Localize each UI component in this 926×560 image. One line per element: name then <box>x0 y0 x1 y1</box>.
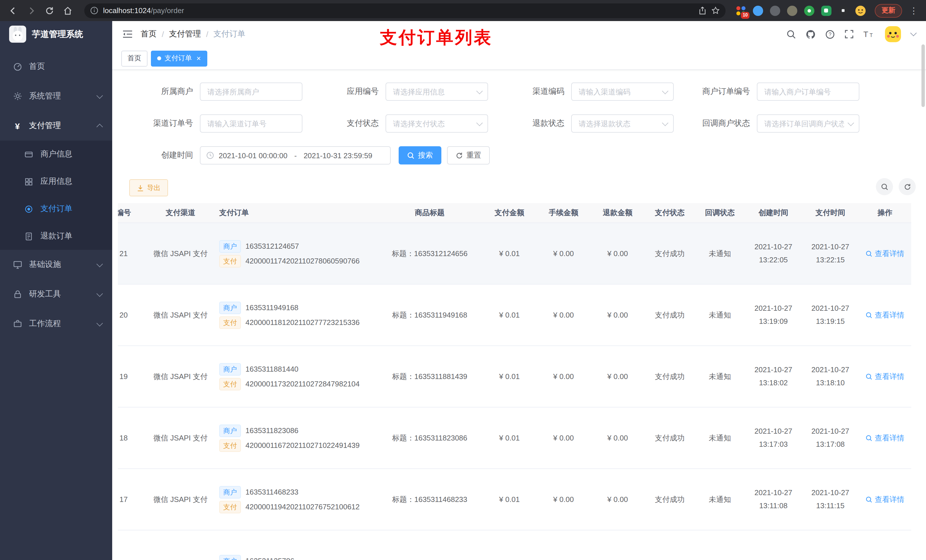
filter-refund-status: 退款状态 <box>501 115 674 133</box>
content-area: 首页 / 支付管理 / 支付订单 支付订单列表 ? <box>112 21 926 560</box>
extension-olive-circle-icon[interactable] <box>786 5 798 17</box>
tab-home[interactable]: 首页 <box>121 50 147 66</box>
date-range-picker[interactable]: 2021-10-01 00:00:00 - 2021-10-31 23:59:5… <box>200 146 391 165</box>
grid-icon <box>24 177 33 186</box>
table-row: 17微信 JSAPI 支付商户1635311468233支付4200001194… <box>118 469 911 530</box>
tab-close-icon[interactable]: × <box>197 54 201 62</box>
pay-order-table: 编号 支付渠道 支付订单 商品标题 支付金额 手续金额 退款金额 支付状态 回调… <box>118 203 911 560</box>
cell-fee: ¥ 0.00 <box>536 495 590 504</box>
user-avatar[interactable] <box>884 26 902 43</box>
channel-order-no-input[interactable] <box>200 115 303 133</box>
notify-status-select[interactable] <box>757 115 859 133</box>
cell-create-time: 2021-10-2713:18:02 <box>745 364 802 389</box>
app-select-input[interactable] <box>386 83 488 101</box>
view-detail-link[interactable]: 查看详情 <box>865 310 904 320</box>
cell-pay-order: 商户163531135786 <box>215 552 377 560</box>
browser-menu-icon[interactable]: ⋮ <box>907 5 920 16</box>
cell-channel: 微信 JSAPI 支付 <box>146 433 215 443</box>
github-icon[interactable] <box>806 29 816 39</box>
filter-merchant: 所属商户 <box>129 83 303 101</box>
pay-tag: 支付 <box>219 255 241 267</box>
breadcrumb-payment[interactable]: 支付管理 <box>169 29 201 39</box>
extension-green-square-icon[interactable] <box>820 5 832 17</box>
extension-pin-icon[interactable] <box>837 5 849 17</box>
cell-notify-status: 未通知 <box>695 494 745 504</box>
refresh-icon[interactable] <box>899 178 916 195</box>
target-icon <box>24 205 33 213</box>
table-row: 19微信 JSAPI 支付商户1635311881440支付4200001173… <box>118 346 911 408</box>
cell-pay-order: 商户1635312124657支付42000011742021102780605… <box>215 238 377 269</box>
view-detail-link[interactable]: 查看详情 <box>865 248 904 259</box>
user-dropdown-caret-icon[interactable] <box>910 30 917 36</box>
page-scrollbar[interactable] <box>921 44 925 107</box>
browser-reload-button[interactable] <box>42 3 57 18</box>
sidebar-menu: 首页 系统管理 ¥ 支付管理 <box>0 47 112 339</box>
sidebar-item-home[interactable]: 首页 <box>0 52 112 82</box>
chevron-down-icon <box>97 290 103 297</box>
pay-status-select[interactable] <box>386 115 488 133</box>
browser-home-button[interactable] <box>61 3 75 18</box>
chevron-down-icon <box>97 261 103 267</box>
table-row: 18微信 JSAPI 支付商户1635311823086支付4200001167… <box>118 408 911 469</box>
chevron-up-icon <box>97 124 103 130</box>
reset-button[interactable]: 重置 <box>447 146 490 165</box>
filter-pay-status: 支付状态 <box>315 115 488 133</box>
breadcrumb-home[interactable]: 首页 <box>141 29 157 39</box>
cell-pay-time: 2021-10-2713:11:15 <box>802 487 859 512</box>
extension-green-circle-icon[interactable] <box>803 5 815 17</box>
view-detail-link[interactable]: 查看详情 <box>865 494 904 504</box>
sidebar-item-dev-tools[interactable]: 研发工具 <box>0 279 112 309</box>
cell-create-time: 2021-10-2713:11:08 <box>745 487 802 512</box>
export-button[interactable]: 导出 <box>129 179 168 196</box>
profile-avatar-icon[interactable] <box>854 5 866 17</box>
merchant-order-no-input[interactable] <box>757 83 859 101</box>
site-info-icon[interactable] <box>90 6 98 15</box>
help-icon[interactable]: ? <box>825 29 835 39</box>
sidebar-item-pay-order[interactable]: 支付订单 <box>0 195 112 222</box>
search-button[interactable]: 搜索 <box>399 146 441 165</box>
sidebar-item-system[interactable]: 系统管理 <box>0 82 112 111</box>
bookmark-star-icon[interactable] <box>711 6 720 15</box>
browser-forward-button[interactable] <box>24 3 39 18</box>
cell-pay-status: 支付成功 <box>645 248 695 259</box>
extensions-grid-icon[interactable]: 10 <box>735 5 747 17</box>
menu-fold-icon[interactable] <box>123 30 133 39</box>
tab-pay-order[interactable]: 支付订单 × <box>151 50 207 66</box>
table-toolbar: 导出 <box>112 178 926 203</box>
table-header: 编号 支付渠道 支付订单 商品标题 支付金额 手续金额 退款金额 支付状态 回调… <box>118 203 911 223</box>
channel-code-input[interactable] <box>571 83 674 101</box>
search-icon[interactable] <box>787 29 796 39</box>
sidebar-item-infrastructure[interactable]: 基础设施 <box>0 250 112 279</box>
cell-title: 标题：1635312124656 <box>377 248 483 259</box>
toggle-search-icon[interactable] <box>876 178 893 195</box>
view-detail-link[interactable]: 查看详情 <box>865 371 904 382</box>
extension-area: 10 更新 ⋮ <box>735 4 920 17</box>
merchant-select-input[interactable] <box>200 83 303 101</box>
address-bar[interactable]: localhost:1024/pay/order <box>84 3 726 18</box>
sidebar-item-refund-order[interactable]: 退款订单 <box>0 222 112 250</box>
extension-drop-icon[interactable] <box>752 5 764 17</box>
fullscreen-icon[interactable] <box>844 30 854 39</box>
cell-pay-status: 支付成功 <box>645 494 695 504</box>
cell-pay-status: 支付成功 <box>645 433 695 443</box>
table-row: 商户163531135786 <box>118 530 911 560</box>
refund-status-select[interactable] <box>571 115 674 133</box>
svg-text:T: T <box>863 30 868 39</box>
table-container: 编号 支付渠道 支付订单 商品标题 支付金额 手续金额 退款金额 支付状态 回调… <box>118 203 917 560</box>
sidebar-item-merchant-info[interactable]: 商户信息 <box>0 140 112 168</box>
cell-notify-status: 未通知 <box>695 371 745 382</box>
font-size-icon[interactable]: TT <box>863 30 875 39</box>
cell-fee: ¥ 0.00 <box>536 311 590 319</box>
browser-update-button[interactable]: 更新 <box>875 4 902 17</box>
share-icon[interactable] <box>698 6 707 15</box>
merchant-tag: 商户 <box>219 363 241 375</box>
url-text: localhost:1024/pay/order <box>103 6 184 15</box>
sidebar-item-payment[interactable]: ¥ 支付管理 <box>0 111 112 140</box>
sidebar-item-workflow[interactable]: 工作流程 <box>0 309 112 339</box>
browser-back-button[interactable] <box>6 3 21 18</box>
extension-dark-circle-icon[interactable] <box>769 5 781 17</box>
view-detail-link[interactable]: 查看详情 <box>865 433 904 443</box>
merchant-tag: 商户 <box>219 486 241 498</box>
sidebar-item-app-info[interactable]: 应用信息 <box>0 168 112 195</box>
cell-notify-status: 未通知 <box>695 310 745 320</box>
